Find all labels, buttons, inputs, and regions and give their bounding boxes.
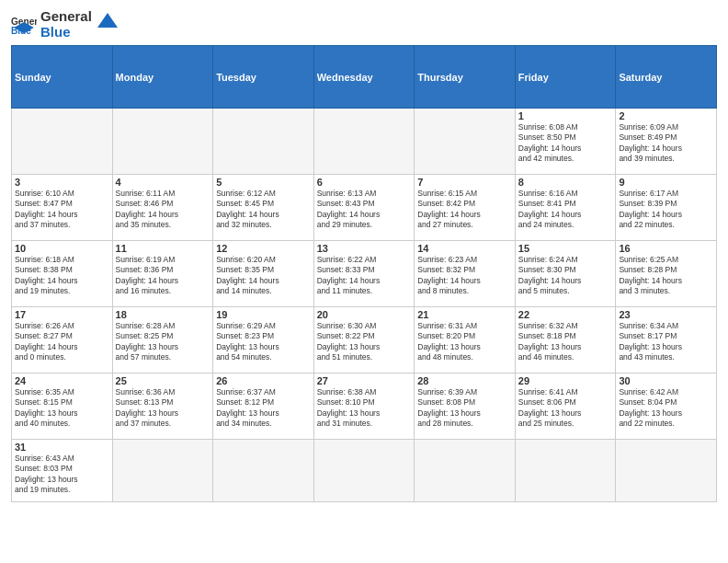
- day-number: 4: [116, 177, 210, 188]
- calendar-cell: 2Sunrise: 6:09 AM Sunset: 8:49 PM Daylig…: [616, 109, 717, 175]
- day-number: 26: [216, 375, 311, 386]
- calendar-cell: 25Sunrise: 6:36 AM Sunset: 8:13 PM Dayli…: [112, 373, 213, 440]
- calendar-cell: 27Sunrise: 6:38 AM Sunset: 8:10 PM Dayli…: [313, 373, 415, 440]
- calendar-cell: 5Sunrise: 6:12 AM Sunset: 8:45 PM Daylig…: [213, 175, 314, 241]
- calendar-cell: 23Sunrise: 6:34 AM Sunset: 8:17 PM Dayli…: [616, 307, 717, 373]
- day-number: 28: [417, 375, 512, 386]
- header: General Blue General Blue: [11, 9, 717, 40]
- calendar-cell: 15Sunrise: 6:24 AM Sunset: 8:30 PM Dayli…: [515, 241, 616, 307]
- day-number: 14: [417, 243, 512, 254]
- day-info: Sunrise: 6:39 AM Sunset: 8:08 PM Dayligh…: [417, 387, 512, 430]
- day-number: 15: [518, 243, 613, 254]
- calendar-cell: 9Sunrise: 6:17 AM Sunset: 8:39 PM Daylig…: [616, 175, 717, 241]
- day-info: Sunrise: 6:15 AM Sunset: 8:42 PM Dayligh…: [417, 189, 512, 231]
- day-number: 31: [15, 442, 109, 453]
- calendar-week-row: 17Sunrise: 6:26 AM Sunset: 8:27 PM Dayli…: [12, 307, 717, 373]
- calendar-cell: 28Sunrise: 6:39 AM Sunset: 8:08 PM Dayli…: [415, 373, 516, 440]
- day-info: Sunrise: 6:36 AM Sunset: 8:13 PM Dayligh…: [116, 387, 210, 430]
- logo-general-text: General: [40, 9, 92, 25]
- day-number: 1: [518, 110, 613, 121]
- calendar-cell: [213, 440, 314, 502]
- day-number: 8: [518, 177, 613, 188]
- day-info: Sunrise: 6:32 AM Sunset: 8:18 PM Dayligh…: [518, 321, 613, 363]
- calendar-cell: 11Sunrise: 6:19 AM Sunset: 8:36 PM Dayli…: [112, 241, 213, 307]
- day-info: Sunrise: 6:10 AM Sunset: 8:47 PM Dayligh…: [15, 189, 109, 231]
- day-number: 12: [216, 243, 311, 254]
- calendar-cell: 13Sunrise: 6:22 AM Sunset: 8:33 PM Dayli…: [313, 241, 415, 307]
- weekday-header-wednesday: Wednesday: [313, 46, 415, 109]
- day-info: Sunrise: 6:28 AM Sunset: 8:25 PM Dayligh…: [116, 321, 210, 363]
- day-number: 25: [116, 375, 210, 386]
- calendar-cell: 19Sunrise: 6:29 AM Sunset: 8:23 PM Dayli…: [213, 307, 314, 373]
- calendar-cell: 30Sunrise: 6:42 AM Sunset: 8:04 PM Dayli…: [616, 373, 717, 440]
- day-number: 20: [317, 309, 412, 320]
- day-info: Sunrise: 6:16 AM Sunset: 8:41 PM Dayligh…: [518, 189, 613, 231]
- calendar-cell: [515, 440, 616, 502]
- day-info: Sunrise: 6:18 AM Sunset: 8:38 PM Dayligh…: [15, 255, 109, 297]
- weekday-header-friday: Friday: [515, 46, 616, 109]
- calendar-cell: 22Sunrise: 6:32 AM Sunset: 8:18 PM Dayli…: [515, 307, 616, 373]
- day-number: 17: [15, 309, 109, 320]
- calendar-week-row: 10Sunrise: 6:18 AM Sunset: 8:38 PM Dayli…: [12, 241, 717, 307]
- day-number: 29: [518, 375, 613, 386]
- day-number: 18: [116, 309, 210, 320]
- calendar-week-row: 24Sunrise: 6:35 AM Sunset: 8:15 PM Dayli…: [12, 373, 717, 440]
- calendar-cell: [616, 440, 717, 502]
- logo-triangle-icon: [97, 11, 118, 31]
- calendar-cell: 21Sunrise: 6:31 AM Sunset: 8:20 PM Dayli…: [415, 307, 516, 373]
- calendar-cell: [112, 109, 213, 175]
- day-info: Sunrise: 6:22 AM Sunset: 8:33 PM Dayligh…: [317, 255, 412, 297]
- weekday-header-row: SundayMondayTuesdayWednesdayThursdayFrid…: [12, 46, 717, 109]
- day-info: Sunrise: 6:13 AM Sunset: 8:43 PM Dayligh…: [317, 189, 412, 231]
- day-number: 19: [216, 309, 311, 320]
- day-info: Sunrise: 6:23 AM Sunset: 8:32 PM Dayligh…: [417, 255, 512, 297]
- day-number: 13: [317, 243, 412, 254]
- day-number: 3: [15, 177, 109, 188]
- day-info: Sunrise: 6:09 AM Sunset: 8:49 PM Dayligh…: [619, 122, 713, 165]
- day-number: 23: [619, 309, 713, 320]
- day-info: Sunrise: 6:29 AM Sunset: 8:23 PM Dayligh…: [216, 321, 311, 363]
- day-info: Sunrise: 6:31 AM Sunset: 8:20 PM Dayligh…: [417, 321, 512, 363]
- page: General Blue General Blue SundayMondayTu…: [0, 0, 728, 563]
- day-number: 2: [619, 110, 713, 121]
- weekday-header-tuesday: Tuesday: [213, 46, 314, 109]
- day-info: Sunrise: 6:43 AM Sunset: 8:03 PM Dayligh…: [15, 454, 109, 496]
- day-number: 10: [15, 243, 109, 254]
- calendar-cell: 20Sunrise: 6:30 AM Sunset: 8:22 PM Dayli…: [313, 307, 415, 373]
- day-number: 30: [619, 375, 713, 386]
- calendar-cell: 6Sunrise: 6:13 AM Sunset: 8:43 PM Daylig…: [313, 175, 415, 241]
- weekday-header-sunday: Sunday: [12, 46, 113, 109]
- calendar-cell: 1Sunrise: 6:08 AM Sunset: 8:50 PM Daylig…: [515, 109, 616, 175]
- day-number: 7: [417, 177, 512, 188]
- day-number: 16: [619, 243, 713, 254]
- weekday-header-saturday: Saturday: [616, 46, 717, 109]
- calendar-cell: 8Sunrise: 6:16 AM Sunset: 8:41 PM Daylig…: [515, 175, 616, 241]
- day-info: Sunrise: 6:12 AM Sunset: 8:45 PM Dayligh…: [216, 189, 311, 231]
- calendar-week-row: 1Sunrise: 6:08 AM Sunset: 8:50 PM Daylig…: [12, 109, 717, 175]
- day-info: Sunrise: 6:35 AM Sunset: 8:15 PM Dayligh…: [15, 387, 109, 430]
- day-info: Sunrise: 6:17 AM Sunset: 8:39 PM Dayligh…: [619, 189, 713, 231]
- calendar-cell: 16Sunrise: 6:25 AM Sunset: 8:28 PM Dayli…: [616, 241, 717, 307]
- day-number: 11: [116, 243, 210, 254]
- day-info: Sunrise: 6:26 AM Sunset: 8:27 PM Dayligh…: [15, 321, 109, 363]
- calendar-week-row: 31Sunrise: 6:43 AM Sunset: 8:03 PM Dayli…: [12, 440, 717, 502]
- calendar-cell: 10Sunrise: 6:18 AM Sunset: 8:38 PM Dayli…: [12, 241, 113, 307]
- svg-marker-3: [97, 13, 118, 28]
- calendar-week-row: 3Sunrise: 6:10 AM Sunset: 8:47 PM Daylig…: [12, 175, 717, 241]
- calendar-cell: 14Sunrise: 6:23 AM Sunset: 8:32 PM Dayli…: [415, 241, 516, 307]
- calendar-cell: 18Sunrise: 6:28 AM Sunset: 8:25 PM Dayli…: [112, 307, 213, 373]
- logo: General Blue General Blue: [11, 9, 118, 40]
- generalblue-icon: General Blue: [11, 15, 37, 35]
- day-number: 6: [317, 177, 412, 188]
- day-number: 27: [317, 375, 412, 386]
- day-number: 24: [15, 375, 109, 386]
- calendar-cell: 7Sunrise: 6:15 AM Sunset: 8:42 PM Daylig…: [415, 175, 516, 241]
- calendar-cell: [313, 440, 415, 502]
- calendar-cell: 17Sunrise: 6:26 AM Sunset: 8:27 PM Dayli…: [12, 307, 113, 373]
- calendar-cell: 26Sunrise: 6:37 AM Sunset: 8:12 PM Dayli…: [213, 373, 314, 440]
- day-info: Sunrise: 6:20 AM Sunset: 8:35 PM Dayligh…: [216, 255, 311, 297]
- calendar-cell: [12, 109, 113, 175]
- day-info: Sunrise: 6:11 AM Sunset: 8:46 PM Dayligh…: [116, 189, 210, 231]
- calendar-cell: 29Sunrise: 6:41 AM Sunset: 8:06 PM Dayli…: [515, 373, 616, 440]
- day-number: 5: [216, 177, 311, 188]
